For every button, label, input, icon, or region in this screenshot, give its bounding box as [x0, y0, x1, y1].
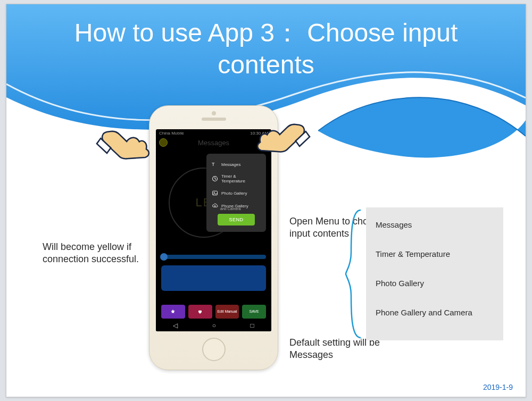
send-button-label: SEND [229, 217, 243, 222]
title-line-2: contents [6, 49, 526, 81]
phone-speaker [202, 118, 226, 121]
text-icon: T [212, 161, 218, 168]
favorite-button[interactable] [188, 305, 212, 319]
image-icon [212, 190, 218, 196]
option-camera: Phone Gallery and Camera [376, 308, 494, 317]
slide: How to use App 3： Choose input contents … [6, 4, 526, 397]
speed-slider[interactable] [161, 255, 266, 259]
brace-icon [345, 207, 366, 340]
menu-item-gallery[interactable]: Photo Gallery [211, 187, 262, 199]
save-button[interactable]: SAVE [242, 305, 266, 319]
effect-button[interactable] [161, 305, 185, 319]
edit-manual-button[interactable]: Edit Manual [215, 305, 239, 319]
menu-item-label: Photo Gallery [221, 191, 247, 196]
android-navbar: ◁ ○ □ [156, 320, 271, 331]
ribbon-decoration [318, 94, 526, 165]
menu-item-label: Messages [221, 162, 240, 167]
option-gallery: Photo Gallery [376, 279, 494, 288]
slider-knob[interactable] [160, 253, 168, 261]
svg-text:T: T [212, 162, 215, 167]
carrier-label: China Mobile [159, 131, 184, 136]
option-messages: Messages [376, 220, 494, 229]
hand-left-illustration [92, 129, 155, 195]
send-button[interactable]: SEND [218, 214, 255, 225]
hand-right-illustration [251, 122, 315, 188]
title-line-1: How to use App 3： Choose input [6, 17, 526, 49]
options-panel: Messages Timer & Temperature Photo Galle… [366, 207, 503, 340]
connection-indicator-icon [159, 138, 168, 147]
message-textbox[interactable] [161, 265, 266, 291]
clock-icon [212, 176, 218, 182]
phone-camera-hole [212, 111, 216, 115]
cloud-upload-icon [212, 203, 218, 209]
back-icon[interactable]: ◁ [173, 322, 178, 329]
option-timer: Timer & Temperature [376, 249, 494, 258]
slide-date: 2019-1-9 [483, 383, 513, 391]
bottom-button-row: Edit Manual SAVE [161, 305, 266, 319]
slide-title: How to use App 3： Choose input contents [6, 17, 526, 81]
home-icon[interactable]: ○ [212, 322, 216, 329]
recent-icon[interactable]: □ [251, 322, 254, 329]
phone-home-button[interactable] [202, 338, 226, 361]
caption-connection: Will become yellow if connection success… [43, 241, 149, 265]
app-header-title: Messages [198, 139, 229, 147]
